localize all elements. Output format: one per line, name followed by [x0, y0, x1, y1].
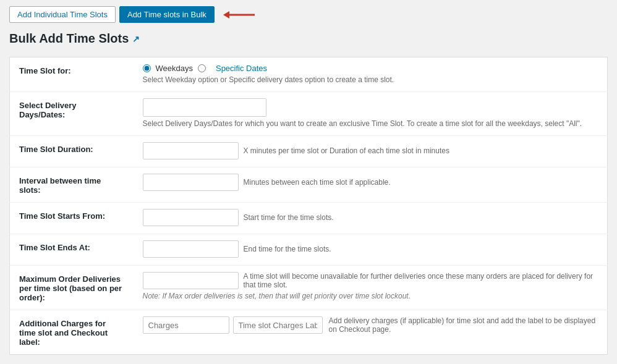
charges-inputs-row: Add delivery charges (if applicable) for…: [143, 316, 598, 334]
ends-at-input[interactable]: [143, 240, 239, 258]
interval-label: Interval between time slots:: [10, 167, 134, 203]
delivery-days-label: Select Delivery Days/Dates:: [10, 92, 134, 136]
max-orders-label: Maximum Order Deliveries per time slot (…: [10, 266, 134, 310]
max-orders-input[interactable]: [143, 272, 239, 289]
time-slot-radio-group: Weekdays Specific Dates: [143, 64, 598, 73]
specific-dates-label[interactable]: Specific Dates: [216, 64, 267, 73]
max-orders-input-col: A time slot will become unavailable for …: [134, 266, 608, 310]
duration-label: Time Slot Duration:: [10, 136, 134, 167]
ends-at-input-col: End time for the time slots.: [134, 234, 608, 266]
max-orders-note: Note: If Max order deliveries is set, th…: [143, 292, 598, 300]
weekdays-label[interactable]: Weekdays: [156, 64, 193, 73]
delivery-days-input[interactable]: [143, 98, 266, 117]
time-slot-for-row: Time Slot for: Weekdays Specific Dates S…: [10, 57, 608, 92]
page-wrapper: Add Individual Time Slots Add Time slots…: [0, 0, 617, 364]
interval-input-col: Minutes between each time slot if applic…: [134, 167, 608, 203]
ends-at-hint: End time for the time slots.: [244, 245, 331, 253]
charges-label-input[interactable]: [233, 316, 323, 334]
interval-input[interactable]: [143, 174, 239, 191]
charges-row: Additional Charges for time slot and Che…: [10, 310, 608, 355]
time-slot-for-label: Time Slot for:: [10, 57, 134, 92]
add-time-slots-bulk-button[interactable]: Add Time slots in Bulk: [119, 6, 215, 23]
ends-at-label: Time Slot Ends At:: [10, 234, 134, 266]
charges-input-col: Add delivery charges (if applicable) for…: [134, 310, 608, 355]
form-table: Time Slot for: Weekdays Specific Dates S…: [9, 57, 608, 355]
starts-from-hint: Start time for the time slots.: [244, 213, 334, 222]
delivery-days-hint: Select Delivery Days/Dates for which you…: [143, 119, 598, 128]
max-orders-row: Maximum Order Deliveries per time slot (…: [10, 266, 608, 310]
time-slot-for-hint: Select Weekday option or Specific delive…: [143, 75, 598, 84]
duration-row: Time Slot Duration: X minutes per time s…: [10, 136, 608, 167]
delivery-days-row: Select Delivery Days/Dates: Select Deliv…: [10, 92, 608, 136]
interval-row: Interval between time slots: Minutes bet…: [10, 167, 608, 203]
ends-at-row: Time Slot Ends At: End time for the time…: [10, 234, 608, 266]
external-link-icon[interactable]: ↗: [132, 34, 140, 44]
arrow-indicator: [221, 8, 258, 22]
charges-input[interactable]: [143, 316, 229, 334]
duration-hint: X minutes per time slot or Duration of e…: [244, 146, 449, 155]
interval-hint: Minutes between each time slot if applic…: [244, 178, 391, 187]
starts-from-label: Time Slot Starts From:: [10, 203, 134, 234]
starts-from-row: Time Slot Starts From: Start time for th…: [10, 203, 608, 234]
page-title-text: Bulk Add Time Slots: [9, 32, 129, 46]
max-orders-hint: A time slot will become unavailable for …: [244, 272, 598, 289]
delivery-days-input-col: Select Delivery Days/Dates for which you…: [134, 92, 608, 136]
specific-dates-radio[interactable]: [198, 64, 206, 72]
duration-input[interactable]: [143, 142, 239, 159]
svg-marker-1: [223, 11, 229, 19]
charges-label-col: Additional Charges for time slot and Che…: [10, 310, 134, 355]
top-buttons: Add Individual Time Slots Add Time slots…: [9, 6, 608, 23]
page-title: Bulk Add Time Slots ↗: [9, 32, 608, 46]
starts-from-input[interactable]: [143, 209, 239, 226]
duration-input-col: X minutes per time slot or Duration of e…: [134, 136, 608, 167]
starts-from-input-col: Start time for the time slots.: [134, 203, 608, 234]
charges-hint: Add delivery charges (if applicable) for…: [329, 316, 598, 334]
weekdays-radio[interactable]: [143, 64, 151, 72]
add-individual-time-slots-button[interactable]: Add Individual Time Slots: [9, 6, 116, 23]
time-slot-for-input-col: Weekdays Specific Dates Select Weekday o…: [134, 57, 608, 92]
